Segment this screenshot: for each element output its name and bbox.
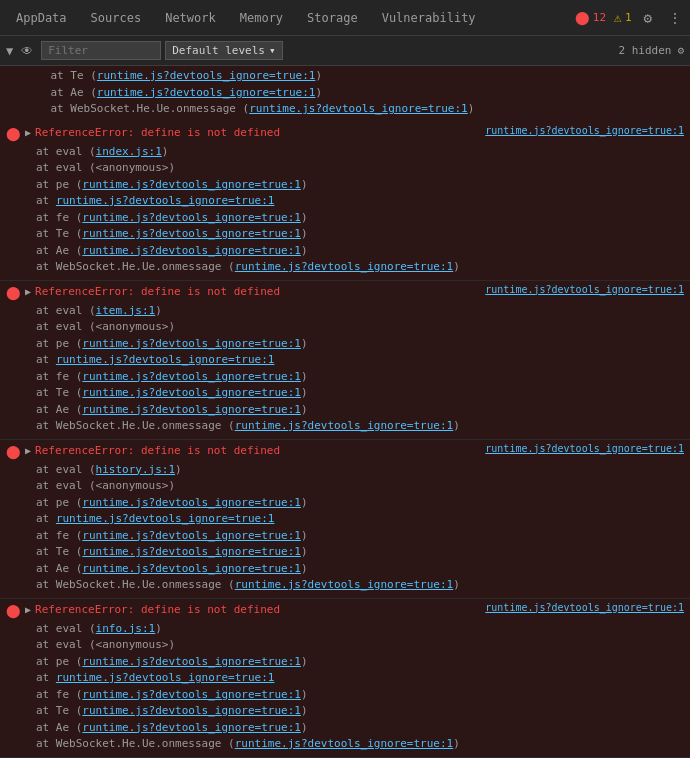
stack-trace-0: at eval (index.js:1) at eval (<anonymous… — [0, 144, 690, 280]
error-count: 12 — [593, 11, 606, 24]
error-title-0: ReferenceError: define is not defined — [35, 125, 477, 140]
stack-file-link[interactable]: runtime.js?devtools_ignore=true:1 — [82, 562, 301, 575]
stack-line: at WebSocket.He.Ue.onmessage (runtime.js… — [36, 577, 684, 594]
stack-file-link[interactable]: runtime.js?devtools_ignore=true:1 — [56, 512, 275, 525]
nav-memory[interactable]: Memory — [228, 3, 295, 33]
stack-file-link[interactable]: runtime.js?devtools_ignore=true:1 — [82, 337, 301, 350]
stack-line: at WebSocket.He.Ue.onmessage (runtime.js… — [24, 101, 684, 118]
stack-line: at eval (<anonymous>) — [36, 319, 684, 336]
stack-file-link[interactable]: runtime.js?devtools_ignore=true:1 — [56, 353, 275, 366]
expand-arrow: ▶ — [25, 127, 31, 138]
error-group-0: ⬤ ▶ ReferenceError: define is not define… — [0, 122, 690, 281]
error-title-1: ReferenceError: define is not defined — [35, 284, 477, 299]
stack-file-link[interactable]: runtime.js?devtools_ignore=true:1 — [82, 529, 301, 542]
stack-trace-2: at eval (history.js:1) at eval (<anonymo… — [0, 462, 690, 598]
error-title-2: ReferenceError: define is not defined — [35, 443, 477, 458]
stack-line: at WebSocket.He.Ue.onmessage (runtime.js… — [36, 418, 684, 435]
error-circle-icon: ⬤ — [6, 126, 21, 141]
nav-storage[interactable]: Storage — [295, 3, 370, 33]
nav-vulnerability[interactable]: Vulnerability — [370, 3, 488, 33]
expand-arrow: ▶ — [25, 445, 31, 456]
error-source-1[interactable]: runtime.js?devtools_ignore=true:1 — [485, 284, 684, 295]
stack-line: at Te (runtime.js?devtools_ignore=true:1… — [36, 703, 684, 720]
stack-line: at pe (runtime.js?devtools_ignore=true:1… — [36, 654, 684, 671]
settings-icon[interactable]: ⚙ — [640, 8, 656, 28]
nav-sources[interactable]: Sources — [79, 3, 154, 33]
nav-network[interactable]: Network — [153, 3, 228, 33]
stack-line: at runtime.js?devtools_ignore=true:1 — [36, 193, 684, 210]
stack-line: at Ae (runtime.js?devtools_ignore=true:1… — [36, 402, 684, 419]
error-title-3: ReferenceError: define is not defined — [35, 602, 477, 617]
error-icon: ⬤ — [575, 10, 590, 25]
error-source-2[interactable]: runtime.js?devtools_ignore=true:1 — [485, 443, 684, 454]
console-settings-icon[interactable]: ⚙ — [677, 44, 684, 57]
stack-file-link[interactable]: runtime.js?devtools_ignore=true:1 — [82, 704, 301, 717]
stack-file-link[interactable]: runtime.js?devtools_ignore=true:1 — [82, 211, 301, 224]
error-header-3[interactable]: ⬤ ▶ ReferenceError: define is not define… — [0, 599, 690, 621]
stack-file-link[interactable]: index.js:1 — [96, 145, 162, 158]
stack-line: at Te (runtime.js?devtools_ignore=true:1… — [36, 544, 684, 561]
stack-file-link[interactable]: item.js:1 — [96, 304, 156, 317]
stack-line: at fe (runtime.js?devtools_ignore=true:1… — [36, 528, 684, 545]
partial-stack-top: at Te (runtime.js?devtools_ignore=true:1… — [0, 66, 690, 122]
stack-line: at Ae (runtime.js?devtools_ignore=true:1… — [36, 243, 684, 260]
stack-file-link[interactable]: runtime.js?devtools_ignore=true:1 — [82, 244, 301, 257]
stack-line: at eval (history.js:1) — [36, 462, 684, 479]
stack-line: at eval (item.js:1) — [36, 303, 684, 320]
error-group-3: ⬤ ▶ ReferenceError: define is not define… — [0, 599, 690, 758]
error-circle-icon: ⬤ — [6, 603, 21, 618]
warning-count: 1 — [625, 11, 632, 24]
stack-file-link[interactable]: runtime.js?devtools_ignore=true:1 — [235, 737, 454, 750]
stack-file-link[interactable]: runtime.js?devtools_ignore=true:1 — [82, 386, 301, 399]
stack-file-link[interactable]: runtime.js?devtools_ignore=true:1 — [82, 688, 301, 701]
filter-right: 2 hidden ⚙ — [618, 44, 684, 57]
stack-line: at eval (<anonymous>) — [36, 160, 684, 177]
stack-file-link[interactable]: runtime.js?devtools_ignore=true:1 — [56, 194, 275, 207]
error-source-3[interactable]: runtime.js?devtools_ignore=true:1 — [485, 602, 684, 613]
error-header-1[interactable]: ⬤ ▶ ReferenceError: define is not define… — [0, 281, 690, 303]
stack-file-link[interactable]: runtime.js?devtools_ignore=true:1 — [56, 671, 275, 684]
nav-right-controls: ⬤ 12 ⚠ 1 ⚙ ⋮ — [575, 8, 686, 28]
error-header-0[interactable]: ⬤ ▶ ReferenceError: define is not define… — [0, 122, 690, 144]
stack-file-link[interactable]: runtime.js?devtools_ignore=true:1 — [97, 86, 316, 99]
stack-file-link[interactable]: runtime.js?devtools_ignore=true:1 — [235, 260, 454, 273]
stack-line: at WebSocket.He.Ue.onmessage (runtime.js… — [36, 736, 684, 753]
stack-file-link[interactable]: runtime.js?devtools_ignore=true:1 — [97, 69, 316, 82]
stack-line: at pe (runtime.js?devtools_ignore=true:1… — [36, 177, 684, 194]
stack-line: at Te (runtime.js?devtools_ignore=true:1… — [36, 226, 684, 243]
stack-file-link[interactable]: runtime.js?devtools_ignore=true:1 — [82, 178, 301, 191]
stack-file-link[interactable]: runtime.js?devtools_ignore=true:1 — [249, 102, 468, 115]
console-output: at Te (runtime.js?devtools_ignore=true:1… — [0, 66, 690, 758]
stack-line: at runtime.js?devtools_ignore=true:1 — [36, 352, 684, 369]
error-circle-icon: ⬤ — [6, 285, 21, 300]
filter-bar: ▼ 👁 Default levels ▾ 2 hidden ⚙ — [0, 36, 690, 66]
error-group-1: ⬤ ▶ ReferenceError: define is not define… — [0, 281, 690, 440]
error-badge: ⬤ 12 — [575, 10, 606, 25]
error-header-2[interactable]: ⬤ ▶ ReferenceError: define is not define… — [0, 440, 690, 462]
stack-file-link[interactable]: runtime.js?devtools_ignore=true:1 — [235, 419, 454, 432]
stack-file-link[interactable]: runtime.js?devtools_ignore=true:1 — [82, 403, 301, 416]
stack-file-link[interactable]: runtime.js?devtools_ignore=true:1 — [82, 655, 301, 668]
stack-file-link[interactable]: runtime.js?devtools_ignore=true:1 — [82, 496, 301, 509]
warning-badge: ⚠ 1 — [614, 10, 631, 25]
levels-dropdown[interactable]: Default levels ▾ — [165, 41, 282, 60]
error-group-2: ⬤ ▶ ReferenceError: define is not define… — [0, 440, 690, 599]
stack-file-link[interactable]: runtime.js?devtools_ignore=true:1 — [82, 721, 301, 734]
stack-file-link[interactable]: history.js:1 — [96, 463, 175, 476]
stack-line: at WebSocket.He.Ue.onmessage (runtime.js… — [36, 259, 684, 276]
filter-toggle-icon[interactable]: ▼ — [6, 44, 13, 58]
stack-file-link[interactable]: runtime.js?devtools_ignore=true:1 — [82, 227, 301, 240]
top-navigation: AppData Sources Network Memory Storage V… — [0, 0, 690, 36]
visibility-icon[interactable]: 👁 — [17, 44, 37, 58]
filter-input[interactable] — [41, 41, 161, 60]
stack-file-link[interactable]: runtime.js?devtools_ignore=true:1 — [82, 545, 301, 558]
more-options-icon[interactable]: ⋮ — [664, 8, 686, 28]
error-source-0[interactable]: runtime.js?devtools_ignore=true:1 — [485, 125, 684, 136]
stack-line: at pe (runtime.js?devtools_ignore=true:1… — [36, 336, 684, 353]
stack-file-link[interactable]: runtime.js?devtools_ignore=true:1 — [82, 370, 301, 383]
expand-arrow: ▶ — [25, 604, 31, 615]
error-circle-icon: ⬤ — [6, 444, 21, 459]
stack-file-link[interactable]: info.js:1 — [96, 622, 156, 635]
stack-file-link[interactable]: runtime.js?devtools_ignore=true:1 — [235, 578, 454, 591]
nav-appdata[interactable]: AppData — [4, 3, 79, 33]
